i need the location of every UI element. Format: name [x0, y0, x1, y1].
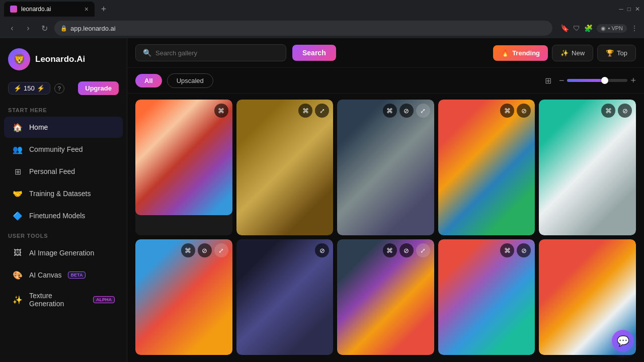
active-tab[interactable]: leonardo.ai × [4, 2, 95, 17]
item4-slash-btn[interactable]: ⊘ [517, 104, 531, 118]
beta-badge: BETA [68, 272, 86, 279]
zoom-in-btn[interactable]: + [630, 75, 636, 86]
item5-slash-btn[interactable]: ⊘ [618, 104, 632, 118]
grid-view-btn[interactable]: ⊞ [541, 73, 556, 88]
new-button[interactable]: ✨ New [552, 45, 593, 61]
training-icon: 🤝 [12, 188, 23, 199]
sidebar-item-texture[interactable]: ✨ Texture Generation ALPHA [4, 287, 123, 313]
sidebar-training-label: Training & Datasets [29, 190, 91, 198]
item8-slash-btn[interactable]: ⊘ [399, 243, 414, 257]
personal-icon: ⊞ [12, 166, 23, 177]
close-window-icon[interactable]: ✕ [635, 6, 640, 13]
bookmark-icon[interactable]: 🔖 [560, 24, 569, 32]
all-filter-btn[interactable]: All [135, 74, 162, 87]
trending-label: Trending [512, 49, 540, 57]
sidebar-ai-canvas-label: AI Canvas [29, 271, 62, 279]
url-text: app.leonardo.ai [70, 25, 116, 32]
item3-slash-btn[interactable]: ⊘ [399, 104, 414, 118]
refresh-btn[interactable]: ↻ [38, 22, 50, 34]
gallery-item-7[interactable]: ⊘ [236, 239, 334, 355]
item9-command-btn[interactable]: ⌘ [500, 243, 514, 257]
sidebar-texture-label: Texture Generation [29, 292, 87, 308]
gallery-item-8[interactable]: ⌘ ⊘ ⤢ [337, 239, 434, 355]
item6-slash-btn[interactable]: ⊘ [198, 243, 212, 257]
sidebar-item-training[interactable]: 🤝 Training & Datasets [4, 183, 123, 204]
sidebar-ai-image-label: AI Image Generation [29, 249, 94, 257]
search-input[interactable] [155, 49, 279, 57]
sidebar-item-ai-image[interactable]: 🖼 AI Image Generation [4, 242, 123, 263]
address-bar-row: ‹ › ↻ 🔒 app.leonardo.ai 🔖 🛡 🧩 ◉ • VPN ⋮ [0, 18, 644, 38]
item7-slash-btn[interactable]: ⊘ [315, 243, 329, 257]
item8-expand-btn[interactable]: ⤢ [416, 243, 430, 257]
sidebar-item-community-feed[interactable]: 👥 Community Feed [4, 139, 123, 160]
vpn-label: • VPN [608, 25, 623, 31]
item3-expand-btn[interactable]: ⤢ [416, 104, 430, 118]
texture-icon: ✨ [12, 294, 23, 305]
sidebar-item-ai-canvas[interactable]: 🎨 AI Canvas BETA [4, 264, 123, 286]
upgrade-button[interactable]: Upgrade [78, 81, 119, 95]
search-button[interactable]: Search [292, 45, 336, 61]
item8-command-btn[interactable]: ⌘ [383, 243, 397, 257]
item1-command-btn[interactable]: ⌘ [214, 104, 228, 118]
gallery-item-4[interactable]: ⌘ ⊘ [438, 100, 535, 235]
item3-command-btn[interactable]: ⌘ [383, 104, 397, 118]
item6-expand-btn[interactable]: ⤢ [214, 243, 228, 257]
zoom-out-btn[interactable]: − [559, 75, 565, 86]
item4-command-btn[interactable]: ⌘ [500, 104, 514, 118]
gallery-item-2[interactable]: ⌘ ⤢ [236, 100, 334, 235]
top-bar: 🔍 Search 🔥 Trending ✨ New 🏆 Top [127, 38, 644, 68]
gallery-grid: ⌘ ⌘ ⤢ ⌘ ⊘ [135, 100, 636, 355]
credits-symbol: ⚡ [37, 84, 45, 92]
sidebar-item-personal-feed[interactable]: ⊞ Personal Feed [4, 161, 123, 182]
item2-expand-btn[interactable]: ⤢ [315, 104, 329, 118]
address-bar[interactable]: 🔒 app.leonardo.ai [54, 21, 552, 36]
credits-info-btn[interactable]: ? [54, 83, 64, 94]
minimize-icon[interactable]: ─ [619, 6, 623, 13]
sidebar-item-home[interactable]: 🏠 Home [4, 117, 123, 138]
chat-icon: 💬 [617, 335, 629, 347]
credits-badge: ⚡ 150 ⚡ [8, 82, 50, 95]
new-tab-btn[interactable]: + [97, 2, 111, 16]
trending-button[interactable]: 🔥 Trending [493, 45, 548, 61]
extensions-icon[interactable]: 🧩 [584, 24, 593, 32]
tab-bar: leonardo.ai × + ─ □ ✕ [0, 0, 644, 18]
user-tools-label: User Tools [0, 227, 127, 242]
ai-image-icon: 🖼 [12, 247, 23, 258]
back-btn[interactable]: ‹ [6, 22, 18, 34]
gallery-scroll[interactable]: ⌘ ⌘ ⤢ ⌘ ⊘ [127, 94, 644, 362]
gallery-item-3[interactable]: ⌘ ⊘ ⤢ [337, 100, 434, 235]
search-box: 🔍 [135, 44, 286, 61]
gallery-item-5[interactable]: ⌘ ⊘ [539, 100, 636, 235]
item6-command-btn[interactable]: ⌘ [181, 243, 195, 257]
credits-icon: ⚡ [14, 84, 22, 92]
item2-command-btn[interactable]: ⌘ [298, 104, 312, 118]
tab-close-btn[interactable]: × [85, 5, 89, 13]
item9-slash-btn[interactable]: ⊘ [517, 243, 531, 257]
upscaled-filter-btn[interactable]: Upscaled [167, 73, 213, 88]
chat-fab-button[interactable]: 💬 [612, 330, 634, 352]
item5-command-btn[interactable]: ⌘ [601, 104, 615, 118]
community-icon: 👥 [12, 144, 23, 155]
sidebar-header: 🦁 Leonardo.Ai [0, 44, 127, 78]
maximize-icon[interactable]: □ [627, 6, 631, 13]
gallery-item-1[interactable]: ⌘ [135, 100, 232, 235]
ai-canvas-icon: 🎨 [12, 269, 23, 281]
menu-icon[interactable]: ⋮ [631, 24, 638, 32]
zoom-slider[interactable] [567, 79, 627, 82]
start-here-label: Start Here [0, 101, 127, 116]
sidebar-community-label: Community Feed [29, 145, 83, 153]
avatar[interactable]: 🦁 [8, 48, 30, 70]
shield-icon[interactable]: 🛡 [573, 24, 580, 32]
vpn-badge[interactable]: ◉ • VPN [597, 24, 627, 33]
top-button[interactable]: 🏆 Top [597, 45, 636, 61]
lock-icon: 🔒 [60, 25, 67, 32]
vpn-icon: ◉ [601, 25, 606, 32]
trending-icon: 🔥 [501, 49, 509, 57]
sidebar-finetuned-label: Finetuned Models [29, 212, 85, 220]
window-controls: ─ □ ✕ [619, 6, 640, 13]
gallery-item-9[interactable]: ⌘ ⊘ [438, 239, 535, 355]
gallery-item-6[interactable]: ⌘ ⊘ ⤢ [135, 239, 232, 355]
sidebar-item-finetuned[interactable]: 🔷 Finetuned Models [4, 205, 123, 226]
forward-btn[interactable]: › [22, 22, 34, 34]
browser-chrome: leonardo.ai × + ─ □ ✕ ‹ › ↻ 🔒 app.leonar… [0, 0, 644, 38]
